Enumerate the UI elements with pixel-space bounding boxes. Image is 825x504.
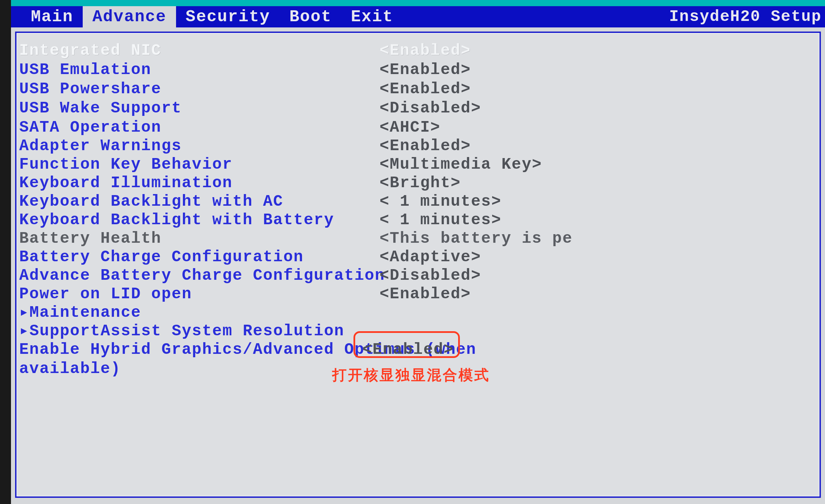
setting-label: USB Wake Support (19, 99, 182, 118)
setting-usb-powershare[interactable]: USB Powershare <Enabled> (19, 80, 815, 99)
setting-value[interactable]: <Adaptive> (380, 248, 481, 267)
setting-advance-battery-charge-config[interactable]: Advance Battery Charge Configuration <Di… (19, 266, 815, 285)
tab-main[interactable]: Main (21, 6, 83, 27)
setting-label: ▸SupportAssist System Resolution (19, 322, 344, 341)
setting-label: SATA Operation (19, 118, 161, 137)
setting-power-on-lid-open[interactable]: Power on LID open <Enabled> (19, 285, 815, 304)
setting-value[interactable]: <Enabled> (380, 285, 471, 304)
tab-boot[interactable]: Boot (280, 6, 341, 27)
top-teal-bar (11, 0, 825, 6)
setting-sata-operation[interactable]: SATA Operation <AHCI> (19, 118, 815, 137)
setting-usb-emulation[interactable]: USB Emulation <Enabled> (19, 60, 815, 80)
setting-label: ▸Maintenance (19, 303, 141, 322)
setting-value[interactable]: <Disabled> (380, 99, 481, 118)
setting-value[interactable]: < 1 minutes> (380, 211, 501, 230)
setting-label: Integrated NIC (19, 41, 161, 60)
setting-function-key-behavior[interactable]: Function Key Behavior <Multimedia Key> (19, 155, 815, 174)
setting-value[interactable]: <Enabled> (380, 41, 471, 60)
setting-label: Keyboard Backlight with AC (19, 192, 283, 211)
setting-label: USB Powershare (19, 80, 161, 99)
setting-value[interactable]: <AHCI> (380, 118, 441, 137)
setting-integrated-nic[interactable]: Integrated NIC <Enabled> (19, 41, 815, 60)
setting-label: Keyboard Illumination (19, 173, 233, 193)
bios-panel: Integrated NIC <Enabled> USB Emulation <… (15, 32, 821, 498)
setting-value[interactable]: <Enabled> (380, 80, 471, 99)
setting-keyboard-illumination[interactable]: Keyboard Illumination <Bright> (19, 173, 815, 193)
setting-usb-wake-support[interactable]: USB Wake Support <Disabled> (19, 99, 815, 118)
setting-label: Power on LID open (19, 285, 192, 304)
setting-label: Battery Health (19, 229, 161, 248)
setting-label: Keyboard Backlight with Battery (19, 211, 334, 230)
tab-advance[interactable]: Advance (83, 6, 176, 27)
setting-adapter-warnings[interactable]: Adapter Warnings <Enabled> (19, 136, 815, 156)
setting-value: <This battery is pe (380, 229, 573, 248)
submenu-maintenance[interactable]: ▸Maintenance (19, 303, 815, 322)
setting-value[interactable]: <Bright> (380, 173, 461, 193)
setting-label: Advance Battery Charge Configuration (19, 266, 385, 285)
setting-keyboard-backlight-battery[interactable]: Keyboard Backlight with Battery < 1 minu… (19, 211, 815, 230)
setting-value[interactable]: <Multimedia Key> (380, 155, 542, 174)
bios-utility-title: InsydeH20 Setup (669, 6, 822, 27)
setting-battery-health: Battery Health <This battery is pe (19, 229, 815, 248)
setting-label: Adapter Warnings (19, 136, 182, 156)
setting-label: USB Emulation (19, 60, 151, 80)
setting-label: Battery Charge Configuration (19, 248, 304, 267)
screen-frame: InsydeH20 Setup Main Advance Security Bo… (0, 0, 825, 504)
setting-value[interactable]: <Disabled> (380, 266, 481, 285)
annotation-highlight-box (353, 331, 460, 358)
annotation-text: 打开核显独显混合模式 (332, 365, 490, 385)
tab-exit[interactable]: Exit (341, 6, 403, 27)
setting-label: Function Key Behavior (19, 155, 233, 174)
setting-keyboard-backlight-ac[interactable]: Keyboard Backlight with AC < 1 minutes> (19, 192, 815, 211)
tab-security[interactable]: Security (176, 6, 280, 27)
setting-battery-charge-config[interactable]: Battery Charge Configuration <Adaptive> (19, 248, 815, 267)
bios-tabs: Main Advance Security Boot Exit (21, 6, 403, 27)
setting-value[interactable]: < 1 minutes> (380, 192, 501, 211)
setting-value[interactable]: <Enabled> (380, 136, 471, 156)
setting-value[interactable]: <Enabled> (380, 60, 471, 80)
